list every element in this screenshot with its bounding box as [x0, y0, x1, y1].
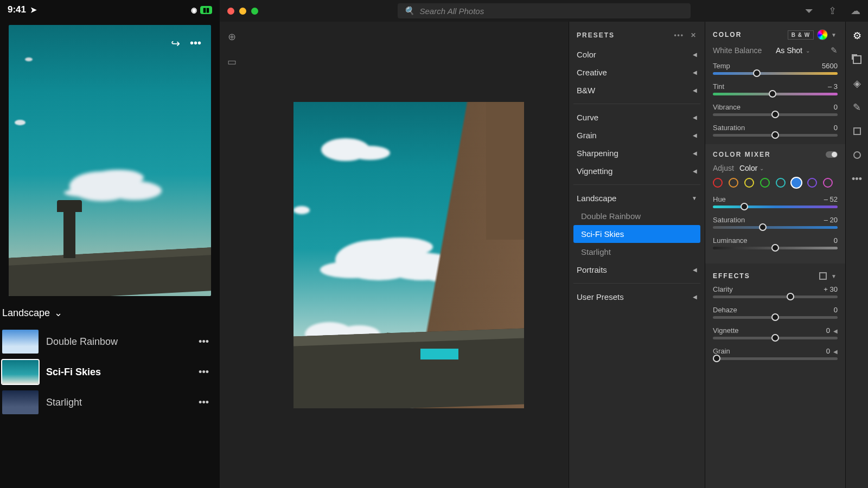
- slider-knob[interactable]: [753, 69, 761, 77]
- color-dot[interactable]: [713, 178, 723, 188]
- slider-knob[interactable]: [771, 244, 779, 252]
- slider-saturation: Saturation– 20: [713, 216, 838, 229]
- slider-knob[interactable]: [771, 313, 779, 321]
- left-toolbar: ⊕ ▭: [220, 22, 244, 488]
- crop-icon[interactable]: [851, 53, 864, 66]
- slider-knob[interactable]: [787, 293, 794, 300]
- archive-icon[interactable]: ▭: [225, 55, 238, 68]
- wb-value[interactable]: As Shot: [776, 46, 802, 55]
- window-controls[interactable]: [227, 8, 258, 15]
- presets-title: PRESETS: [577, 31, 615, 39]
- color-section-title: COLOR: [713, 31, 742, 38]
- slider-track[interactable]: [713, 337, 838, 339]
- preset-group[interactable]: Grain◀: [573, 126, 700, 144]
- chevron-left-icon: ◀: [693, 267, 697, 273]
- preset-group-landscape[interactable]: Landscape▼: [573, 189, 700, 207]
- slider-value: 0: [834, 306, 838, 314]
- share-icon[interactable]: ⇪: [828, 5, 837, 17]
- preset-item[interactable]: Starlight •••: [2, 387, 218, 418]
- slider-knob[interactable]: [741, 203, 748, 210]
- color-dot[interactable]: [776, 178, 786, 188]
- slider-track[interactable]: [713, 72, 838, 75]
- color-dot[interactable]: [729, 178, 738, 188]
- chevron-down-icon[interactable]: ⌄: [806, 48, 810, 54]
- slider-knob[interactable]: [759, 223, 767, 231]
- edit-sliders-icon[interactable]: ⚙: [851, 29, 864, 42]
- slider-knob[interactable]: [771, 111, 779, 118]
- more-icon[interactable]: •••: [190, 397, 218, 408]
- bw-button[interactable]: B & W: [788, 30, 814, 40]
- slider-knob[interactable]: [713, 355, 720, 362]
- linear-grad-icon[interactable]: [851, 125, 864, 138]
- preset-group[interactable]: B&W◀: [573, 81, 700, 99]
- preset-item[interactable]: Sci-Fi Skies: [573, 225, 700, 243]
- color-dot[interactable]: [760, 178, 770, 188]
- more-icon[interactable]: •••: [851, 172, 864, 185]
- slider-track[interactable]: [713, 206, 838, 208]
- more-icon[interactable]: •••: [190, 367, 218, 378]
- more-icon[interactable]: •••: [190, 37, 201, 50]
- share-icon[interactable]: ↩: [171, 37, 180, 50]
- slider-track[interactable]: [713, 113, 838, 116]
- slider-track[interactable]: [713, 247, 838, 249]
- slider-value: 0◀: [826, 326, 838, 335]
- slider-knob[interactable]: [771, 131, 779, 139]
- search-input[interactable]: 🔍 Search All Photos: [398, 3, 691, 18]
- preset-group[interactable]: Vignetting◀: [573, 162, 700, 180]
- mixer-title: COLOR MIXER: [713, 151, 771, 158]
- color-dot[interactable]: [792, 178, 801, 188]
- color-dot[interactable]: [807, 178, 817, 188]
- slider-track[interactable]: [713, 226, 838, 229]
- preset-item[interactable]: Double Rainbow •••: [2, 326, 218, 357]
- radial-grad-icon[interactable]: [851, 149, 864, 162]
- close-icon[interactable]: ✕: [691, 31, 697, 39]
- slider-knob[interactable]: [771, 334, 779, 342]
- preset-group[interactable]: Sharpening◀: [573, 144, 700, 162]
- preset-item[interactable]: Starlight: [573, 243, 700, 261]
- effects-title: EFFECTS: [713, 272, 750, 280]
- color-dot[interactable]: [823, 178, 833, 188]
- slider-grain: Grain0◀: [713, 347, 838, 360]
- maximize-icon[interactable]: [251, 8, 258, 15]
- chevron-left-icon[interactable]: ◀: [833, 328, 838, 334]
- slider-track[interactable]: [713, 316, 838, 319]
- preset-group[interactable]: Curve◀: [573, 108, 700, 126]
- preset-group[interactable]: Color◀: [573, 46, 700, 63]
- brush-icon[interactable]: ✎: [851, 101, 864, 114]
- chevron-left-icon[interactable]: ◀: [833, 349, 838, 355]
- preset-item[interactable]: Double Rainbow: [573, 207, 700, 225]
- mobile-photo-preview[interactable]: ↩ •••: [9, 25, 211, 296]
- preset-group[interactable]: Creative◀: [573, 63, 700, 81]
- more-icon[interactable]: •••: [190, 336, 218, 348]
- slider-value: 5600: [822, 62, 838, 70]
- slider-track[interactable]: [713, 357, 838, 360]
- minimize-icon[interactable]: [239, 8, 246, 15]
- preset-group-user[interactable]: User Presets◀: [573, 288, 700, 306]
- adjust-value[interactable]: Color: [739, 164, 757, 172]
- close-icon[interactable]: [227, 8, 234, 15]
- more-icon[interactable]: •••: [674, 31, 684, 39]
- cloud-icon[interactable]: ☁: [851, 5, 860, 17]
- photo-canvas[interactable]: [244, 22, 569, 488]
- preset-item[interactable]: Sci-Fi Skies •••: [2, 357, 218, 387]
- preset-group[interactable]: Portraits◀: [573, 261, 700, 279]
- compare-icon[interactable]: [819, 272, 827, 280]
- slider-knob[interactable]: [769, 90, 776, 98]
- preset-name: Double Rainbow: [46, 336, 182, 348]
- edit-panel: COLOR B & W ▼ White Balance As Shot ⌄ ✎ …: [705, 22, 845, 488]
- filter-icon[interactable]: ⏷: [805, 5, 814, 17]
- preset-category-select[interactable]: Landscape⌄: [2, 303, 218, 326]
- eyedropper-icon[interactable]: ✎: [831, 46, 838, 55]
- slider-track[interactable]: [713, 134, 838, 137]
- slider-track[interactable]: [713, 93, 838, 95]
- color-dot[interactable]: [744, 178, 754, 188]
- chevron-down-icon[interactable]: ⌄: [760, 165, 764, 171]
- mixer-toggle[interactable]: [826, 151, 838, 158]
- heal-icon[interactable]: ◈: [851, 77, 864, 90]
- adjust-label: Adjust: [713, 164, 734, 172]
- slider-track[interactable]: [713, 296, 838, 298]
- color-wheel-icon[interactable]: [817, 29, 828, 40]
- chevron-down-icon[interactable]: ▼: [831, 273, 838, 279]
- add-icon[interactable]: ⊕: [225, 30, 238, 43]
- chevron-down-icon[interactable]: ▼: [831, 32, 838, 38]
